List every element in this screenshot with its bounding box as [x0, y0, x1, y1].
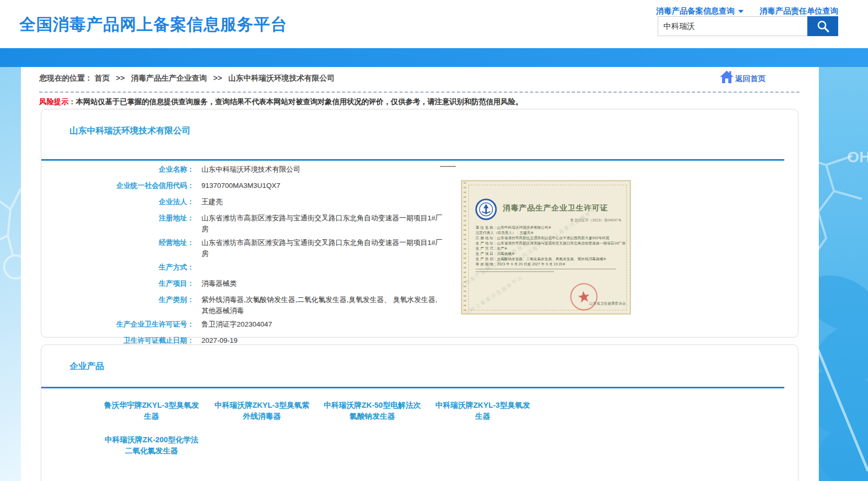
site-title: 全国消毒产品网上备案信息服务平台 [19, 14, 287, 36]
product-link[interactable]: 中科瑞沃牌ZK-50型电解法次氯酸钠发生器 [317, 400, 427, 422]
field-label: 企业统一社会信用代码： [41, 177, 194, 194]
certificate-footnote-line [476, 271, 554, 272]
home-icon [719, 70, 734, 84]
svg-text:OH: OH [847, 148, 868, 165]
field-label: 注册地址： [41, 210, 194, 226]
scan-artifact-dash [440, 166, 456, 167]
company-info-card: 山东中科瑞沃环境技术有限公司 企业名称： 山东中科瑞沃环境技术有限公司 企业统一… [41, 109, 798, 338]
breadcrumb: 您现在的位置： 首页 >> 消毒产品生产企业查询 >> 山东中科瑞沃环境技术有限… [39, 73, 335, 83]
breadcrumb-home[interactable]: 首页 [95, 74, 110, 82]
field-label: 生产项目： [41, 275, 194, 292]
field-label: 企业法人： [41, 194, 194, 210]
breadcrumb-company: 山东中科瑞沃环境技术有限公司 [229, 74, 335, 82]
field-value: 91370700MA3M3U1QX7 [201, 177, 280, 191]
nav-record-info-query[interactable]: 消毒产品备案信息查询 [656, 6, 743, 16]
product-link[interactable]: 中科瑞沃牌ZK-200型化学法二氧化氯发生器 [96, 434, 207, 456]
field-row-license-number: 生产企业卫生许可证号： 鲁卫消证字202304047 [41, 316, 481, 332]
field-value: 消毒器械类 [201, 275, 237, 289]
certificate-line: 生 产 方 式：生产※ [476, 246, 626, 251]
main-panel: 您现在的位置： 首页 >> 消毒产品生产企业查询 >> 山东中科瑞沃环境技术有限… [21, 67, 819, 481]
certificate-issuer: 山东省卫生健康委员会 [589, 301, 626, 306]
nav-responsible-unit-query-label: 消毒产品责任单位查询 [760, 6, 838, 16]
breadcrumb-enterprise-query[interactable]: 消毒产品生产企业查询 [131, 74, 207, 82]
field-label: 生产类别： [41, 292, 194, 308]
certificate-border-pattern [464, 182, 466, 312]
field-label: 经营地址： [41, 234, 194, 251]
certificate-line: 单 位 名 称：山东中科瑞沃环境技术有限公司※ [476, 225, 626, 230]
certificate-line: 生 产 地 址：山东省潍坊市高新区潍安路与宝通街交叉路口东北角自动变速器一期项目… [476, 241, 626, 246]
breadcrumb-prefix: 您现在的位置： [39, 74, 93, 82]
company-products-card: 企业产品 鲁沃华宇牌ZKYL-3型臭氧发生器 中科瑞沃牌ZKYL-3型臭氧紫外线… [41, 344, 798, 481]
certificate-emblem-icon [475, 198, 498, 223]
molecule-art-left [0, 173, 24, 309]
nav-record-info-query-label: 消毒产品备案信息查询 [656, 6, 735, 16]
certificate-fields: 单 位 名 称：山东中科瑞沃环境技术有限公司※ 法定代表人（或负责人）：王建亮※… [476, 225, 626, 272]
field-value: 山东中科瑞沃环境技术有限公司 [201, 161, 300, 175]
search-input[interactable] [658, 16, 807, 36]
field-row-production-mode: 生产方式： [41, 259, 481, 275]
certificate-footnote-line [476, 269, 616, 270]
risk-warning-text: 本网站仅基于已掌握的信息提供查询服务，查询结果不代表本网站对被查询对象信用状况的… [76, 97, 523, 106]
header-band [0, 48, 868, 67]
search-button[interactable] [807, 16, 838, 36]
field-value: 王建亮 [201, 194, 223, 207]
certificate-number: 鲁卫消证字（2023）第04047号 [570, 218, 622, 223]
certificate-line: 有 效 期 限：2023 年 9 月 20 日至 2027 年 9 月 19 日… [476, 262, 626, 267]
field-label: 生产企业卫生许可证号： [41, 316, 194, 332]
company-card-rule [41, 159, 784, 161]
field-row-credit-code: 企业统一社会信用代码： 91370700MA3M3U1QX7 [41, 177, 481, 194]
products-card-rule [41, 387, 784, 388]
search-bar [658, 16, 838, 36]
field-value: 山东省潍坊市高新区潍安路与宝通街交叉路口东北角自动变速器一期项目1#厂房 [201, 234, 443, 259]
certificate-line: 注 册 地 址：山东省潍坊市高新区玉清东街以北中心次干道以西高新大厦902号科苑 [476, 236, 626, 241]
product-link[interactable]: 中科瑞沃牌ZKYL-3型臭氧紫外线消毒器 [207, 400, 317, 422]
certificate-line: 法定代表人（或负责人）：王建亮※ [476, 230, 626, 236]
field-value: 紫外线消毒器,次氯酸钠发生器,二氧化氯发生器,臭氧发生器、 臭氧水发生器,其他器… [201, 292, 443, 316]
field-row-production-category: 生产类别： 紫外线消毒器,次氯酸钠发生器,二氧化氯发生器,臭氧发生器、 臭氧水发… [41, 292, 481, 316]
products-card-title: 企业产品 [70, 361, 104, 372]
risk-warning: 风险提示：本网站仅基于已掌握的信息提供查询服务，查询结果不代表本网站对被查询对象… [39, 97, 523, 107]
top-nav: 消毒产品备案信息查询 消毒产品责任单位查询 [656, 6, 838, 16]
caret-down-icon [738, 10, 743, 13]
back-to-home-label: 返回首页 [735, 74, 765, 84]
field-row-registered-address: 注册地址： 山东省潍坊市高新区潍安路与宝通街交叉路口东北角自动变速器一期项目1#… [41, 210, 481, 234]
breadcrumb-separator: >> [116, 74, 125, 82]
magnifier-icon [816, 19, 830, 33]
field-row-legal-person: 企业法人： 王建亮 [41, 194, 481, 210]
field-label: 企业名称： [41, 161, 194, 177]
product-link[interactable]: 中科瑞沃牌ZKYL-3型臭氧发生器 [427, 400, 538, 422]
field-row-business-address: 经营地址： 山东省潍坊市高新区潍安路与宝通街交叉路口东北角自动变速器一期项目1#… [41, 234, 481, 259]
certificate-line: 生 产 项 目：消毒器械※ [476, 251, 626, 256]
breadcrumb-separator: >> [213, 74, 222, 82]
site-header: 全国消毒产品网上备案信息服务平台 消毒产品备案信息查询 消毒产品责任单位查询 [0, 0, 868, 48]
certificate-line: 生 产 类 别：次氯酸钠发生器、二氧化氯发生器、臭氧发生器、紫外线消毒器械※ [476, 256, 626, 262]
field-value: 山东省潍坊市高新区潍安路与宝通街交叉路口东北角自动变速器一期项目1#厂房 [201, 210, 443, 234]
field-value: 鲁卫消证字202304047 [201, 316, 272, 330]
product-link[interactable]: 鲁沃华宇牌ZKYL-3型臭氧发生器 [96, 400, 207, 422]
hygiene-license-certificate-image: 全国消毒产品网上备案信息服务平台 全国消毒产品网上备案信息服务平台 全国消毒产品… [461, 180, 631, 315]
field-row-company-name: 企业名称： 山东中科瑞沃环境技术有限公司 [41, 161, 481, 177]
product-list: 鲁沃华宇牌ZKYL-3型臭氧发生器 中科瑞沃牌ZKYL-3型臭氧紫外线消毒器 中… [96, 400, 538, 456]
risk-warning-label: 风险提示： [39, 97, 76, 106]
company-fields: 企业名称： 山东中科瑞沃环境技术有限公司 企业统一社会信用代码： 9137070… [41, 161, 481, 349]
certificate-title: 消毒产品生产企业卫生许可证 [503, 203, 608, 213]
dashed-divider [39, 92, 799, 93]
field-row-production-project: 生产项目： 消毒器械类 [41, 275, 481, 292]
field-label: 生产方式： [41, 259, 194, 275]
company-card-title: 山东中科瑞沃环境技术有限公司 [70, 125, 190, 137]
nav-responsible-unit-query[interactable]: 消毒产品责任单位查询 [760, 6, 838, 16]
back-to-home-link[interactable]: 返回首页 [719, 70, 765, 84]
